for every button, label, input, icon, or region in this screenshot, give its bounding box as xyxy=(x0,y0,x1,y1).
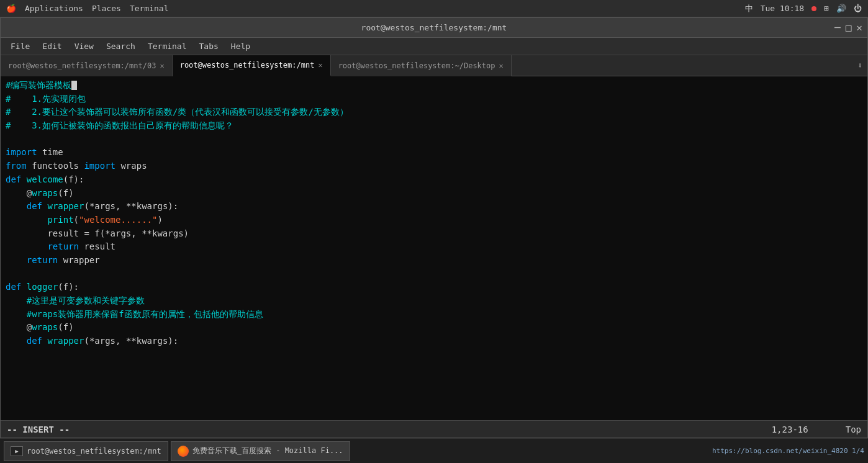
taskbar-browser-label: 免费音乐下载_百度搜索 - Mozilla Fi... xyxy=(192,446,343,456)
editor-area[interactable]: #编写装饰器模板 # 1.先实现闭包 # 2.要让这个装饰器可以装饰所有函数/类… xyxy=(1,76,867,420)
tab-close-mnt-03[interactable]: ✕ xyxy=(160,61,164,70)
menu-edit[interactable]: Edit xyxy=(37,40,66,53)
firefox-icon xyxy=(178,446,189,457)
tab-mnt[interactable]: root@westos_netfilesystem:/mnt ✕ xyxy=(173,55,331,76)
menu-bar: File Edit View Search Terminal Tabs Help xyxy=(1,38,867,55)
code-line-6: import time xyxy=(6,146,862,160)
code-line-19: @wraps(f) xyxy=(6,321,862,335)
taskbar: ▶ root@westos_netfilesystem:/mnt 免费音乐下载_… xyxy=(0,438,868,463)
tab-label-mnt: root@westos_netfilesystem:/mnt xyxy=(180,61,315,70)
language-indicator: 中 xyxy=(745,3,753,14)
menu-terminal[interactable]: Terminal xyxy=(143,40,192,53)
maximize-button[interactable]: □ xyxy=(846,23,852,33)
volume-icon: 🔊 xyxy=(836,4,846,13)
tab-label-mnt-03: root@westos_netfilesystem:/mnt/03 xyxy=(8,61,156,70)
window-controls: ─ □ ✕ xyxy=(834,23,862,33)
code-line-3: # 2.要让这个装饰器可以装饰所有函数/类（代表汉和函数可以接受有参数/无参数） xyxy=(6,106,862,119)
code-line-4: # 3.如何让被装饰的函数报出自己原有的帮助信息呢？ xyxy=(6,119,862,133)
tab-close-desktop[interactable]: ✕ xyxy=(499,61,504,70)
status-bar: -- INSERT -- 1,23-16 Top xyxy=(1,420,867,438)
code-line-17: #这里是可变参数和关键字参数 xyxy=(6,294,862,308)
tab-label-desktop: root@westos_netfilesystem:~/Desktop xyxy=(338,61,495,70)
tab-scroll-icon: ⬇ xyxy=(857,61,862,70)
code-line-1: #编写装饰器模板 xyxy=(6,79,862,92)
terminal-titlebar: root@westos_netfilesystem:/mnt ─ □ ✕ xyxy=(1,18,867,38)
menu-tabs[interactable]: Tabs xyxy=(194,40,224,53)
power-icon: ⏻ xyxy=(854,4,862,13)
tab-desktop[interactable]: root@westos_netfilesystem:~/Desktop ✕ xyxy=(331,55,512,76)
tabs-bar: root@westos_netfilesystem:/mnt/03 ✕ root… xyxy=(1,55,867,76)
code-line-7: from functools import wraps xyxy=(6,160,862,173)
tab-close-mnt[interactable]: ✕ xyxy=(318,61,322,70)
network-icon: ⊞ xyxy=(824,4,829,13)
tab-mnt-03[interactable]: root@westos_netfilesystem:/mnt/03 ✕ xyxy=(1,55,173,76)
menu-view[interactable]: View xyxy=(70,40,99,53)
places-menu[interactable]: Places xyxy=(92,4,121,13)
code-line-11: print("welcome......") xyxy=(6,214,862,227)
menu-file[interactable]: File xyxy=(6,40,35,53)
status-dot xyxy=(811,6,816,11)
code-line-8: def welcome(f): xyxy=(6,173,862,187)
system-bar: 🍎 Applications Places Terminal 中 Tue 10:… xyxy=(0,0,868,17)
tabs-actions[interactable]: ⬇ xyxy=(852,61,867,70)
code-line-20: def wrapper(*args, **kwargs): xyxy=(6,335,862,348)
code-line-18: #wraps装饰器用来保留f函数原有的属性，包括他的帮助信息 xyxy=(6,308,862,321)
terminal-icon: ▶ xyxy=(11,446,23,456)
taskbar-url: https://blog.csdn.net/weixin_4820 1/4 xyxy=(712,447,864,455)
applications-menu[interactable]: Applications xyxy=(25,4,83,13)
code-line-2: # 1.先实现闭包 xyxy=(6,92,862,106)
scroll-position: Top xyxy=(846,425,861,434)
apple-icon: 🍎 xyxy=(6,4,16,13)
code-line-12: result = f(*args, **kwargs) xyxy=(6,227,862,241)
code-line-9: @wraps(f) xyxy=(6,187,862,200)
close-button[interactable]: ✕ xyxy=(856,23,862,33)
taskbar-browser[interactable]: 免费音乐下载_百度搜索 - Mozilla Fi... xyxy=(171,441,350,461)
code-line-13: return result xyxy=(6,240,862,254)
editor-mode: -- INSERT -- xyxy=(7,425,70,434)
menu-search[interactable]: Search xyxy=(101,40,140,53)
code-line-15 xyxy=(6,267,862,281)
taskbar-terminal[interactable]: ▶ root@westos_netfilesystem:/mnt xyxy=(4,441,168,461)
terminal-title: root@westos_netfilesystem:/mnt xyxy=(361,23,507,32)
code-line-14: return wrapper xyxy=(6,254,862,267)
code-line-16: def logger(f): xyxy=(6,281,862,294)
code-line-10: def wrapper(*args, **kwargs): xyxy=(6,200,862,214)
cursor-position: 1,23-16 xyxy=(772,425,808,434)
terminal-menu[interactable]: Terminal xyxy=(130,4,169,13)
terminal-window: root@westos_netfilesystem:/mnt ─ □ ✕ Fil… xyxy=(0,17,868,438)
clock: Tue 10:18 xyxy=(761,4,804,13)
taskbar-terminal-label: root@westos_netfilesystem:/mnt xyxy=(27,447,161,456)
code-line-5 xyxy=(6,133,862,146)
minimize-button[interactable]: ─ xyxy=(834,23,841,33)
menu-help[interactable]: Help xyxy=(226,40,255,53)
